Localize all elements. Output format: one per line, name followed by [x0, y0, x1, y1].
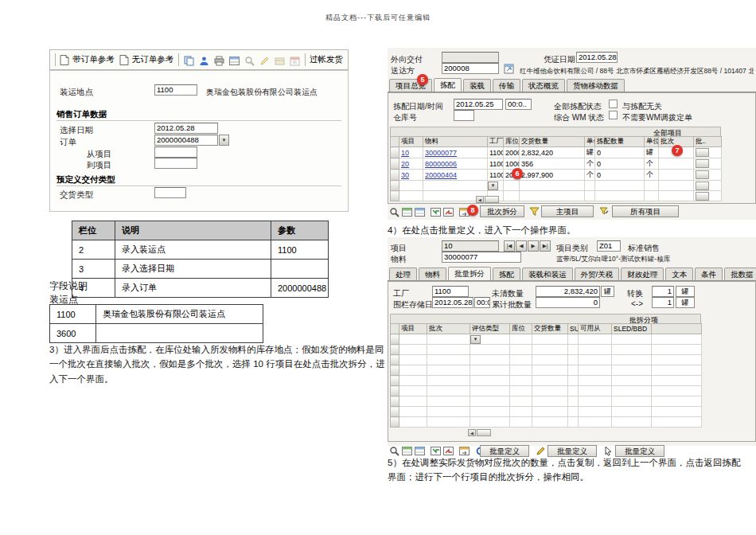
- display-icon[interactable]: [244, 55, 255, 65]
- without-order-ref-button[interactable]: 无订单参考: [119, 54, 174, 65]
- cell[interactable]: [470, 396, 510, 407]
- cell[interactable]: [470, 376, 510, 386]
- user-icon[interactable]: [199, 55, 209, 65]
- filter-icon[interactable]: [529, 205, 540, 216]
- find-icon[interactable]: [389, 445, 399, 455]
- item-category-input[interactable]: Z01: [597, 240, 621, 252]
- select-date-input[interactable]: 2012.05.28: [154, 123, 218, 134]
- cell[interactable]: [427, 355, 470, 365]
- tab-picking[interactable]: 拣配: [434, 78, 462, 92]
- sort-asc-icon[interactable]: [402, 206, 412, 217]
- copy-icon[interactable]: [184, 55, 194, 65]
- conversion-input[interactable]: 1: [652, 286, 674, 297]
- storage-date-input[interactable]: 2012.05.28: [432, 297, 473, 308]
- tab-conditions[interactable]: 条件: [695, 268, 723, 280]
- cell[interactable]: [427, 407, 470, 417]
- cell[interactable]: [510, 355, 532, 365]
- export-icon[interactable]: [459, 445, 470, 455]
- delete-row-icon[interactable]: [443, 206, 454, 217]
- ship-to-input[interactable]: 200008: [442, 63, 499, 74]
- plant-dropdown-button[interactable]: ▼: [488, 182, 498, 190]
- cell[interactable]: [399, 345, 427, 355]
- cell[interactable]: [510, 407, 532, 417]
- cell[interactable]: [510, 396, 532, 407]
- overview-icon[interactable]: [229, 55, 240, 65]
- goods-icon[interactable]: [275, 55, 285, 65]
- pick-status-checkbox[interactable]: [609, 100, 618, 108]
- row-selector[interactable]: [391, 345, 399, 355]
- batch-detail-button[interactable]: [696, 182, 709, 190]
- row-selector[interactable]: [391, 386, 399, 396]
- post-goods-issue-button[interactable]: 过帐发货: [310, 54, 343, 65]
- cell[interactable]: [470, 345, 510, 355]
- tab-transport[interactable]: 传输: [493, 79, 520, 92]
- cell[interactable]: [532, 407, 568, 417]
- cell[interactable]: [470, 386, 510, 396]
- from-item-input[interactable]: [154, 146, 197, 158]
- tab-picking[interactable]: 拣配: [493, 268, 520, 280]
- row-selector[interactable]: [391, 191, 399, 201]
- last-item-button[interactable]: ▶|: [540, 240, 551, 252]
- filter-all-icon[interactable]: [599, 205, 610, 216]
- scroll-left-arrow[interactable]: ◀: [468, 429, 476, 436]
- cell[interactable]: [427, 334, 470, 345]
- pick-date-input[interactable]: 2012.05.25: [454, 99, 503, 110]
- scroll-thumb[interactable]: [485, 196, 499, 203]
- cell[interactable]: [427, 365, 470, 376]
- row-selector[interactable]: [391, 365, 399, 376]
- cell[interactable]: [532, 376, 568, 386]
- cell[interactable]: 0: [595, 158, 645, 170]
- cell[interactable]: [532, 396, 568, 407]
- cell[interactable]: [470, 355, 510, 365]
- scroll-left-arrow[interactable]: ◀: [476, 196, 484, 203]
- cell[interactable]: [532, 417, 568, 428]
- delivery-type-input[interactable]: [154, 187, 186, 198]
- cell[interactable]: [532, 386, 568, 396]
- cell[interactable]: [399, 386, 427, 396]
- cell[interactable]: 0: [595, 147, 645, 158]
- cell[interactable]: [427, 376, 470, 386]
- tab-goods-movement[interactable]: 货物移动数据: [567, 79, 625, 92]
- cell[interactable]: [510, 365, 532, 376]
- row-selector[interactable]: [391, 376, 399, 386]
- find-icon[interactable]: [389, 206, 399, 217]
- pointer-icon[interactable]: [603, 445, 614, 455]
- row-selector[interactable]: [391, 158, 399, 170]
- tab-loading-shipment[interactable]: 装载和装运: [522, 268, 573, 280]
- cell[interactable]: [510, 376, 532, 386]
- row-selector[interactable]: [391, 170, 399, 181]
- cell[interactable]: [427, 417, 470, 428]
- cell[interactable]: [427, 396, 470, 407]
- conversion2-input[interactable]: 1: [652, 297, 674, 308]
- cell[interactable]: [532, 334, 568, 345]
- to-item-input[interactable]: [154, 158, 197, 169]
- cell[interactable]: [399, 355, 427, 365]
- main-items-button[interactable]: 主项目: [541, 205, 594, 217]
- row-selector[interactable]: [391, 181, 399, 191]
- item-number-link[interactable]: 10: [399, 147, 423, 158]
- cell[interactable]: [427, 345, 470, 355]
- cell[interactable]: [510, 334, 532, 345]
- item-number-link[interactable]: 30: [399, 170, 423, 181]
- scroll-thumb[interactable]: [477, 429, 491, 436]
- batch-detail-button[interactable]: [696, 170, 709, 179]
- cell[interactable]: [510, 345, 532, 355]
- cell[interactable]: [399, 407, 427, 417]
- cell[interactable]: [399, 396, 427, 407]
- storage-time-input[interactable]: 00:0..: [474, 297, 490, 308]
- horizontal-scrollbar[interactable]: ◀: [468, 429, 491, 436]
- warehouse-no-input[interactable]: [454, 110, 474, 121]
- batch-cell[interactable]: [659, 158, 694, 170]
- material-link[interactable]: 30000077: [423, 147, 488, 158]
- cell[interactable]: [532, 365, 568, 376]
- tab-batch-split[interactable]: 批量拆分: [448, 267, 491, 280]
- with-order-ref-button[interactable]: 带订单参考: [60, 54, 115, 65]
- schedule-icon[interactable]: [290, 55, 300, 65]
- cell[interactable]: [470, 407, 510, 417]
- row-selector[interactable]: [391, 355, 399, 365]
- batch-detail-button[interactable]: [696, 159, 709, 168]
- row-selector[interactable]: [391, 407, 399, 417]
- tab-texts[interactable]: 文本: [665, 268, 693, 280]
- item-number-link[interactable]: 20: [399, 158, 423, 170]
- tab-foreign-trade[interactable]: 外贸/关税: [575, 268, 620, 280]
